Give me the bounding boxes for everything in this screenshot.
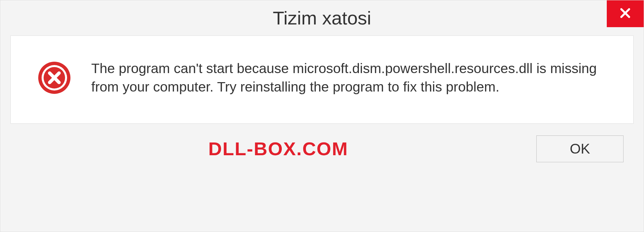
dialog-footer: DLL-BOX.COM OK — [0, 124, 644, 162]
close-icon — [619, 6, 632, 21]
ok-button[interactable]: OK — [536, 135, 624, 162]
error-message: The program can't start because microsof… — [91, 59, 613, 97]
dialog-title: Tizim xatosi — [273, 7, 371, 29]
title-bar: Tizim xatosi — [0, 0, 644, 36]
close-button[interactable] — [607, 0, 644, 27]
content-panel: The program can't start because microsof… — [10, 36, 634, 124]
watermark-text: DLL-BOX.COM — [208, 138, 348, 160]
error-icon — [38, 61, 71, 95]
